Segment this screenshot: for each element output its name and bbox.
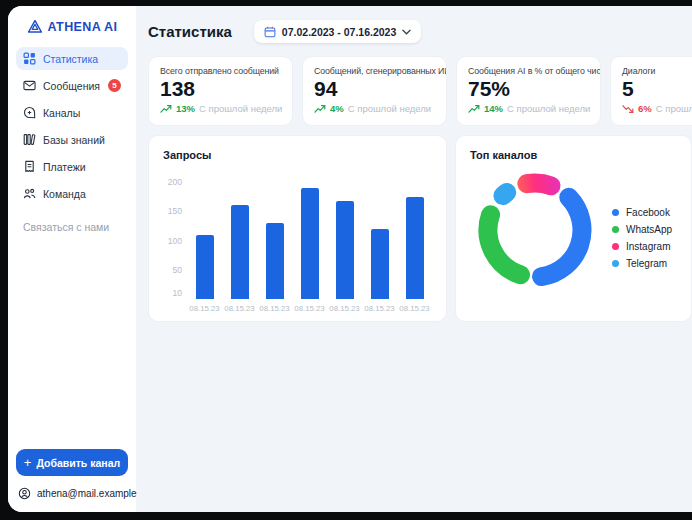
donut-wrap: Facebook WhatsApp Instagram Telegram [470,161,677,289]
bar[interactable] [371,229,389,299]
bar[interactable] [266,223,284,299]
y-axis-tick: 10 [173,288,182,298]
legend-label: Facebook [626,207,670,218]
main-content: Статистика 07.02.2023 - 07.16.2023 Всего… [136,6,692,512]
bar[interactable] [196,235,214,299]
trend-up-icon [314,104,326,114]
bar-x-label: 08.15.23 [364,304,394,316]
chat-icon [23,106,36,119]
top-channels-card: Топ каналов Facebook WhatsApp [455,135,692,322]
legend-dot-icon [612,243,619,250]
y-axis-tick: 50 [173,265,182,275]
date-range-value: 07.02.2023 - 07.16.2023 [282,26,396,38]
unread-badge: 5 [108,79,121,92]
bar-column: 08.15.23 [257,166,292,316]
contact-us-link[interactable]: Связаться с нами [16,221,128,233]
stat-card-label: Сообщения AI в % от общего числа [468,66,589,76]
bar-column: 08.15.23 [327,166,362,316]
sidebar-item-label: Сообщения [43,80,100,92]
sidebar-item-label: Команда [43,188,86,200]
sidebar-item-label: Статистика [43,53,98,65]
trend-up-icon [160,104,172,114]
legend-item: Facebook [612,207,672,218]
legend-item: WhatsApp [612,224,672,235]
legend-label: Instagram [626,241,670,252]
date-range-picker[interactable]: 07.02.2023 - 07.16.2023 [254,20,421,43]
sidebar-item-stats[interactable]: Статистика [16,47,128,70]
sidebar-item-label: Каналы [43,107,80,119]
trend-caption: С прошлой недели [507,103,590,114]
stat-card-trend: 4% С прошлой недели [314,103,435,114]
bar-x-label: 08.15.23 [329,304,359,316]
y-axis-tick: 200 [168,177,182,187]
legend-label: WhatsApp [626,224,672,235]
stats-cards-row: Всего отправлено сообщений 138 13% С про… [148,56,692,126]
sidebar-item-messages[interactable]: Сообщения 5 [16,74,128,97]
trend-caption: С прошлой недели [656,103,692,114]
stat-card-value: 138 [160,77,281,101]
stat-card: Сообщения AI в % от общего числа 75% 14%… [456,56,601,126]
stat-card-trend: 13% С прошлой недели [160,103,281,114]
stat-card-label: Всего отправлено сообщений [160,66,281,76]
user-circle-icon [18,487,31,500]
stat-card: Сообщений, сгенерированных ИИ 94 4% С пр… [302,56,447,126]
books-icon [23,133,36,146]
y-axis-tick: 150 [168,206,182,216]
legend-label: Telegram [626,258,667,269]
bar[interactable] [406,197,424,299]
donut-chart [476,171,594,289]
stat-card-value: 75% [468,77,589,101]
stat-card-trend: 6% С прошлой недели [622,103,692,114]
bar-x-label: 08.15.23 [259,304,289,316]
bar-x-label: 08.15.23 [399,304,429,316]
account-row[interactable]: athena@mail.example [16,487,128,502]
sidebar-item-label: Платежи [43,161,86,173]
y-axis-tick: 100 [168,236,182,246]
bar[interactable] [336,201,354,299]
bar[interactable] [231,205,249,299]
stat-card-label: Диалоги [622,66,692,76]
chevron-down-icon [402,29,411,35]
mail-icon [23,79,36,92]
trend-caption: С прошлой недели [348,103,431,114]
donut-segment-whatsapp [488,215,520,275]
charts-row: Запросы 2001501005010 08.15.23 08.15.23 … [148,135,692,322]
bar-chart-title: Запросы [163,149,432,161]
bar[interactable] [301,188,319,299]
sidebar-item-channels[interactable]: Каналы [16,101,128,124]
invoice-icon [23,160,36,173]
plus-icon: + [24,456,32,469]
page-header: Статистика 07.02.2023 - 07.16.2023 [148,20,692,43]
bar-column: 08.15.23 [362,166,397,316]
calendar-icon [264,26,276,38]
bar-x-label: 08.15.23 [294,304,324,316]
bar-column: 08.15.23 [292,166,327,316]
bar-column: 08.15.23 [187,166,222,316]
legend-dot-icon [612,260,619,267]
stat-card-value: 5 [622,77,692,101]
sidebar-nav: Статистика Сообщения 5 Каналы Базы знани… [16,47,128,205]
sidebar-item-team[interactable]: Команда [16,182,128,205]
trend-percent: 14% [484,103,503,114]
add-channel-label: Добавить канал [36,457,120,469]
stat-card-trend: 14% С прошлой недели [468,103,589,114]
donut-segment-facebook [542,197,582,276]
legend-item: Telegram [612,258,672,269]
sidebar-item-payments[interactable]: Платежи [16,155,128,178]
trend-percent: 13% [176,103,195,114]
bar-x-label: 08.15.23 [224,304,254,316]
page-title: Статистика [148,23,232,40]
sidebar-item-knowledge[interactable]: Базы знаний [16,128,128,151]
logo: ATHENA AI [16,6,128,47]
sidebar-bottom: + Добавить канал athena@mail.example [16,449,128,502]
stat-card-value: 94 [314,77,435,101]
legend-item: Instagram [612,241,672,252]
dashboard-icon [23,52,36,65]
bar-chart-bars: 08.15.23 08.15.23 08.15.23 08.15.23 08.1… [187,166,432,316]
add-channel-button[interactable]: + Добавить канал [16,449,128,476]
donut-segment-instagram [527,183,551,186]
trend-percent: 4% [330,103,344,114]
trend-down-icon [622,104,634,114]
sidebar-item-label: Базы знаний [43,134,105,146]
sidebar: ATHENA AI Статистика Сообщения 5 Каналы … [8,6,136,512]
